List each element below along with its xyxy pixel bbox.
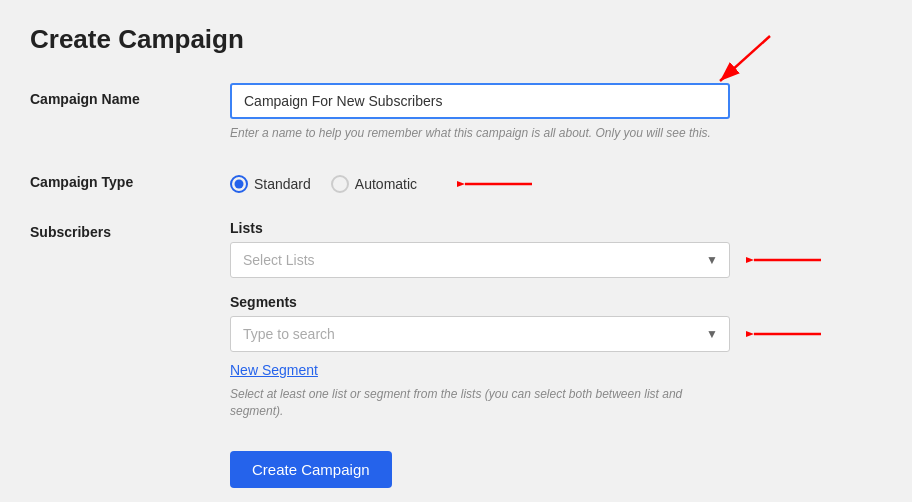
campaign-name-row: Campaign Name Enter a name to: [30, 83, 882, 142]
campaign-name-input[interactable]: [230, 83, 730, 119]
new-segment-link[interactable]: New Segment: [230, 362, 882, 378]
radio-standard[interactable]: Standard: [230, 175, 311, 193]
campaign-name-hint: Enter a name to help you remember what t…: [230, 125, 730, 142]
campaign-type-radio-group: Standard Automatic: [230, 166, 882, 196]
campaign-type-label: Campaign Type: [30, 166, 230, 190]
radio-automatic[interactable]: Automatic: [331, 175, 417, 193]
subscribers-content: Lists Select Lists ▼: [230, 220, 882, 420]
arrow-annotation-2: [457, 172, 537, 196]
submit-content: Create Campaign: [230, 443, 882, 488]
campaign-type-row: Campaign Type Standard Automatic: [30, 166, 882, 196]
lists-select-wrapper: Select Lists ▼: [230, 242, 730, 278]
create-campaign-button[interactable]: Create Campaign: [230, 451, 392, 488]
campaign-type-content: Standard Automatic: [230, 166, 882, 196]
arrow-annotation-4: [746, 322, 826, 346]
lists-select[interactable]: Select Lists: [230, 242, 730, 278]
segment-hint: Select at least one list or segment from…: [230, 386, 730, 420]
campaign-name-content: Enter a name to help you remember what t…: [230, 83, 882, 142]
radio-standard-input[interactable]: [230, 175, 248, 193]
radio-standard-label: Standard: [254, 176, 311, 192]
lists-label: Lists: [230, 220, 882, 236]
segments-select[interactable]: Type to search: [230, 316, 730, 352]
page-container: Create Campaign Campaign Name: [0, 0, 912, 502]
subscribers-label: Subscribers: [30, 220, 230, 240]
segments-label: Segments: [230, 294, 882, 310]
arrow-annotation-3: [746, 248, 826, 272]
page-title: Create Campaign: [30, 24, 882, 55]
form-section: Campaign Name Enter a name to: [30, 83, 882, 502]
segments-select-wrapper: Type to search ▼: [230, 316, 730, 352]
submit-row: Create Campaign: [30, 443, 882, 488]
subscribers-row: Subscribers Lists Select Lists ▼: [30, 220, 882, 420]
radio-automatic-label: Automatic: [355, 176, 417, 192]
submit-label-spacer: [30, 443, 230, 451]
campaign-name-label: Campaign Name: [30, 83, 230, 107]
radio-automatic-input[interactable]: [331, 175, 349, 193]
